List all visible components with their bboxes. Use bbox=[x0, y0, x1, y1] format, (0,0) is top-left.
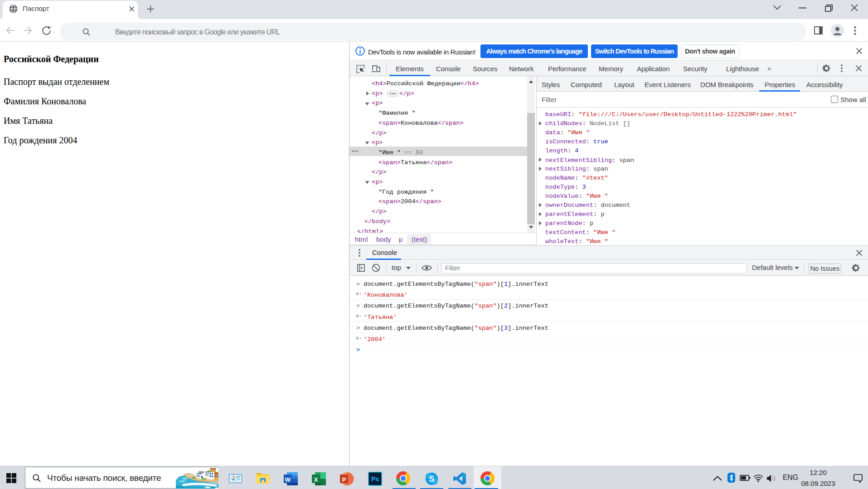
svg-text:S: S bbox=[429, 474, 434, 484]
svg-text:Ps: Ps bbox=[371, 475, 379, 483]
svg-text:X: X bbox=[314, 476, 318, 483]
svg-text:P: P bbox=[342, 476, 346, 483]
svg-text:W: W bbox=[285, 476, 291, 483]
